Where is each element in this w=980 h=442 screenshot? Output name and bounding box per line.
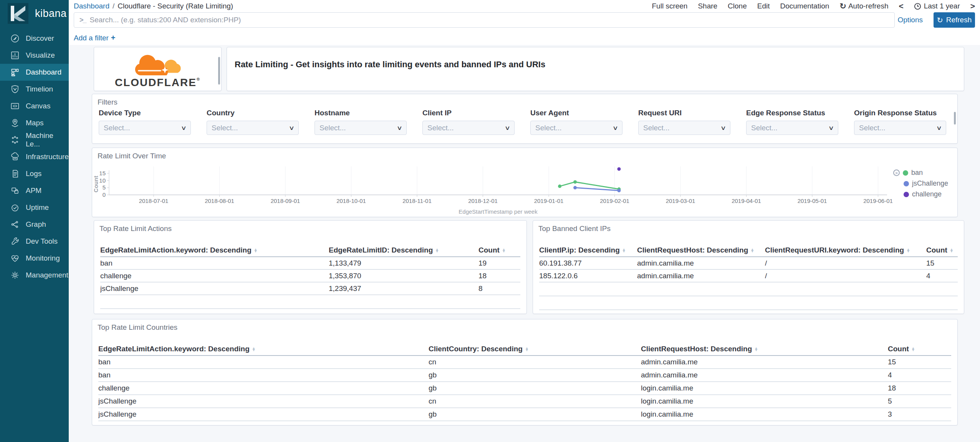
legend-color-dot[interactable]	[904, 181, 909, 186]
sidebar-item-infrastructure[interactable]: Infrastructure	[0, 148, 69, 165]
timelion-icon	[10, 84, 20, 94]
sidebar-item-label: Management	[26, 271, 68, 279]
legend-label[interactable]: ban	[911, 169, 923, 177]
time-prev-button[interactable]: <	[899, 2, 903, 11]
breadcrumb-dashboard-link[interactable]: Dashboard	[74, 2, 109, 10]
kibana-app: kibana DiscoverVisualizeDashboardTimelio…	[0, 0, 980, 442]
svg-text:2018-09-01: 2018-09-01	[271, 198, 300, 204]
filters-panel-scrollbar[interactable]	[954, 112, 956, 125]
user-agent-select[interactable]: Select...∨	[530, 121, 622, 135]
origin-response-status-select[interactable]: Select...∨	[854, 121, 946, 135]
menu-clone-button[interactable]: Clone	[728, 2, 747, 10]
country-select[interactable]: Select...∨	[207, 121, 299, 135]
sidebar-item-uptime[interactable]: Uptime	[0, 199, 69, 216]
sidebar-item-dashboard[interactable]: Dashboard	[0, 64, 69, 81]
sidebar-item-maps[interactable]: Maps	[0, 115, 69, 131]
auto-refresh-button[interactable]: ↻ Auto-refresh	[839, 2, 888, 11]
machine-learning-icon	[10, 135, 20, 145]
sort-icon: ▲▼	[525, 347, 529, 351]
column-header-clientrequesthost-descending[interactable]: ClientRequestHost: Descending▲▼	[641, 345, 888, 353]
table-row: bangbadmin.camilia.me4	[98, 369, 951, 382]
table-cell: 15	[926, 259, 958, 268]
edge-response-status-select[interactable]: Select...∨	[746, 121, 838, 135]
sidebar-item-dev-tools[interactable]: Dev Tools	[0, 233, 69, 250]
column-header-edgeratelimitid-descending[interactable]: EdgeRateLimitID: Descending▲▼	[329, 246, 478, 254]
column-header-clientip-ip-descending[interactable]: ClientIP.ip: Descending▲▼	[539, 246, 637, 254]
sidebar-item-label: Logs	[26, 169, 41, 178]
menu-full-screen-button[interactable]: Full screen	[652, 2, 687, 10]
time-picker[interactable]: Last 1 year	[914, 2, 960, 10]
menu-share-button[interactable]: Share	[698, 2, 717, 10]
infrastructure-icon	[10, 152, 20, 162]
sort-icon: ▲▼	[435, 248, 439, 252]
column-header-clientrequesthost-descending[interactable]: ClientRequestHost: Descending▲▼	[637, 246, 765, 254]
column-header-clientcountry-descending[interactable]: ClientCountry: Descending▲▼	[429, 345, 641, 353]
sidebar-item-logs[interactable]: Logs	[0, 165, 69, 182]
table-cell: 4	[926, 272, 958, 280]
column-header-edgeratelimitaction-keyword-descending[interactable]: EdgeRateLimitAction.keyword: Descending▲…	[98, 345, 429, 353]
options-link[interactable]: Options	[898, 16, 923, 24]
svg-text:2019-05-01: 2019-05-01	[798, 198, 827, 204]
column-header-count[interactable]: Count▲▼	[926, 246, 958, 254]
table-cell: jsChallenge	[100, 284, 329, 293]
time-next-button[interactable]: >	[970, 2, 975, 11]
graph-icon	[10, 219, 20, 229]
column-header-clientrequesturi-keyword-descending[interactable]: ClientRequestURI.keyword: Descending▲▼	[765, 246, 926, 254]
menu-edit-button[interactable]: Edit	[757, 2, 770, 10]
column-header-edgeratelimitaction-keyword-descending[interactable]: EdgeRateLimitAction.keyword: Descending▲…	[100, 246, 329, 254]
svg-text:2019-04-01: 2019-04-01	[732, 198, 761, 204]
kibana-logo[interactable]: kibana	[0, 0, 69, 27]
sidebar-item-monitoring[interactable]: Monitoring	[0, 250, 69, 267]
table-cell: 1,239,437	[329, 284, 478, 293]
chevron-down-icon: ∨	[181, 125, 187, 131]
table-cell: 18	[888, 384, 951, 392]
svg-text:15: 15	[99, 170, 106, 176]
visualize-icon	[10, 50, 20, 60]
sidebar: kibana DiscoverVisualizeDashboardTimelio…	[0, 0, 69, 442]
sidebar-item-apm[interactable]: APM	[0, 182, 69, 199]
table-cell: 1,353,870	[329, 272, 478, 280]
legend-color-dot[interactable]	[904, 192, 909, 197]
svg-text:0: 0	[103, 191, 106, 198]
legend-label[interactable]: jsChallenge	[912, 179, 948, 188]
menu-documentation-button[interactable]: Documentation	[780, 2, 829, 10]
sidebar-item-discover[interactable]: Discover	[0, 30, 69, 47]
table-cell: gb	[429, 371, 641, 379]
search-placeholder: Search... (e.g. status:200 AND extension…	[90, 16, 241, 24]
search-input[interactable]: >_ Search... (e.g. status:200 AND extens…	[74, 12, 895, 28]
table-cell: login.camilia.me	[641, 397, 888, 405]
refresh-label: Refresh	[946, 16, 972, 24]
sidebar-item-visualize[interactable]: Visualize	[0, 47, 69, 64]
sidebar-item-machine-le[interactable]: Machine Le...	[0, 131, 69, 148]
sidebar-item-management[interactable]: Management	[0, 267, 69, 284]
request-uri-select[interactable]: Select...∨	[638, 121, 730, 135]
filter-label: Hostname	[315, 109, 407, 117]
table-cell: admin.camilia.me	[637, 259, 765, 268]
sidebar-item-canvas[interactable]: Canvas	[0, 98, 69, 115]
table-cell: 4	[888, 371, 951, 379]
client-ip-select[interactable]: Select...∨	[422, 121, 515, 135]
svg-text:2018-07-01: 2018-07-01	[139, 198, 169, 204]
add-filter-link[interactable]: Add a filter+	[74, 33, 116, 42]
table-row: jsChallengecnlogin.camilia.me5	[98, 395, 951, 408]
empty-table-row	[100, 295, 520, 309]
filter-field-edge-response-status: Edge Response StatusSelect...∨	[746, 109, 838, 135]
svg-text:2019-03-01: 2019-03-01	[666, 198, 695, 204]
legend-toggle-icon[interactable]: >	[893, 169, 900, 176]
filter-field-user-agent: User AgentSelect...∨	[530, 109, 622, 135]
sidebar-item-timelion[interactable]: Timelion	[0, 81, 69, 98]
device-type-select[interactable]: Select...∨	[99, 121, 191, 135]
breadcrumb-separator: /	[113, 2, 114, 10]
column-header-count[interactable]: Count▲▼	[888, 345, 951, 353]
refresh-button[interactable]: ↻ Refresh	[934, 12, 975, 28]
top-bar: Dashboard / Cloudflare - Security (Rate …	[69, 0, 980, 11]
hostname-select[interactable]: Select...∨	[315, 121, 407, 135]
table-cell: ban	[100, 259, 329, 268]
top-menu-items: Full screenShareCloneEditDocumentation	[652, 2, 829, 10]
legend-label[interactable]: challenge	[912, 190, 942, 198]
logo-panel-scrollbar[interactable]	[218, 57, 220, 85]
column-header-count[interactable]: Count▲▼	[478, 246, 520, 254]
legend-color-dot[interactable]	[903, 170, 908, 176]
sidebar-item-graph[interactable]: Graph	[0, 216, 69, 233]
column-header-label: ClientRequestHost: Descending	[641, 345, 752, 353]
